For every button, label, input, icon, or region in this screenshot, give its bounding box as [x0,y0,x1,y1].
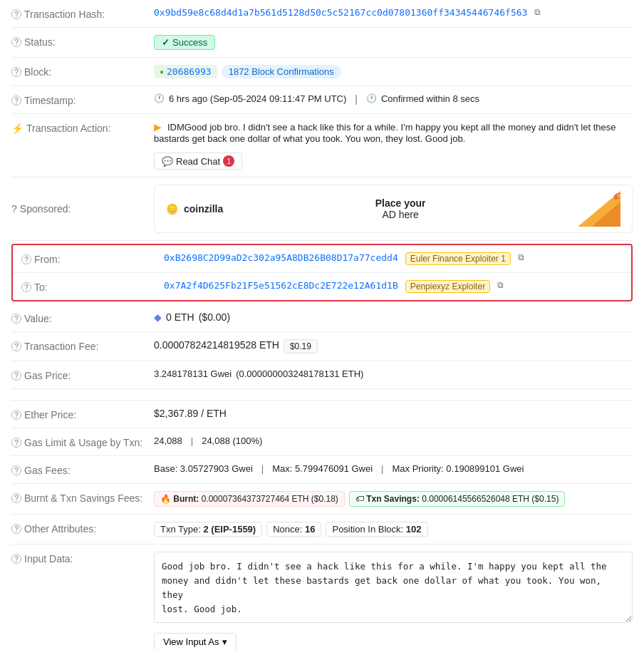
from-address-link[interactable]: 0xB2698C2D99aD2c302a95A8DB26B08D17a77ced… [164,252,398,263]
clock-icon: 🕐 [154,93,165,103]
copy-from-icon[interactable]: ⧉ [518,252,524,262]
transaction-hash-row: ? Transaction Hash: 0x9bd59e8c68d4d1a7b5… [11,0,633,28]
to-address-link[interactable]: 0x7A2f4D625Fb21F5e51562cE8Dc2E722e12A61d… [164,280,398,291]
coinzilla-icon: 🪙 [166,203,178,215]
transaction-hash-link[interactable]: 0x9bd59e8c68d4d1a7b561d5128d50c5c52167cc… [154,7,527,18]
ether-price-label: ? Ether Price: [11,408,154,421]
eth-icon: ◆ [154,311,162,323]
gas-max-priority: Max Priority: 0.190899101 Gwei [393,463,524,474]
from-value: 0xB2698C2D99aD2c302a95A8DB26B08D17a77ced… [164,252,623,265]
ad-banner[interactable]: 🪙 coinzilla Place your AD here 🏷 [154,185,633,233]
svg-text:🏷: 🏷 [613,191,620,202]
usd-amount: ($0.00) [199,311,230,323]
help-icon[interactable]: ? [11,554,21,564]
help-icon[interactable]: ? [11,524,21,534]
block-number-link[interactable]: 20686993 [167,66,212,77]
help-icon[interactable]: ? [11,465,21,475]
gas-fees-row: ? Gas Fees: Base: 3.05727903 Gwei | Max:… [11,456,633,484]
fee-value: 0.00007824214819528 ETH $0.19 [154,339,633,354]
gas-usage: 24,088 (100%) [202,435,262,446]
from-exploiter-badge: Euler Finance Exploiter 1 [405,252,511,265]
gas-fees-label: ? Gas Fees: [11,463,154,476]
eth-amount: 0 ETH [166,311,194,323]
status-row: ? Status: Success [11,28,633,58]
block-value: 20686993 1872 Block Confirmations [154,65,633,78]
help-icon[interactable]: ? [21,254,31,264]
ether-price-value: $2,367.89 / ETH [154,408,633,419]
to-value: 0x7A2f4D625Fb21F5e51562cE8Dc2E722e12A61d… [164,280,623,293]
fee-row: ? Transaction Fee: 0.00007824214819528 E… [11,332,633,361]
help-icon[interactable]: ? [11,371,21,381]
savings-icon: 🏷 [355,494,364,504]
lightning-icon: ⚡ [11,123,24,134]
fee-usd-badge: $0.19 [284,339,318,354]
value-display: ◆ 0 ETH ($0.00) [154,311,633,323]
ether-price-text: $2,367.89 / ETH [154,408,227,419]
gas-price-label: ? Gas Price: [11,368,154,381]
timestamp-row: ? Timestamp: 🕐 6 hrs ago (Sep-05-2024 09… [11,86,633,114]
status-value: Success [154,35,633,50]
help-icon[interactable]: ? [11,341,21,351]
sponsored-label: ? Sponsored: [11,203,154,215]
read-chat-button[interactable]: 💬 Read Chat 1 [154,153,242,170]
help-icon[interactable]: ? [11,410,21,420]
block-label: ? Block: [11,65,154,78]
help-icon[interactable]: ? [11,314,21,324]
help-icon[interactable]: ? [11,438,21,448]
timestamp-value: 🕐 6 hrs ago (Sep-05-2024 09:11:47 PM UTC… [154,93,633,105]
copy-hash-icon[interactable]: ⧉ [534,7,541,17]
help-icon[interactable]: ? [11,493,21,503]
to-label: ? To: [21,280,164,293]
gas-price-value: 3.248178131 Gwei (0.000000003248178131 E… [154,368,633,379]
transaction-hash-value: 0x9bd59e8c68d4d1a7b561d5128d50c5c52167cc… [154,7,633,18]
gas-limit-num: 24,088 [154,435,182,446]
ad-graphic: 🏷 [578,191,620,227]
gas-limit-row: ? Gas Limit & Usage by Txn: 24,088 | 24,… [11,428,633,456]
block-number-badge[interactable]: 20686993 [154,65,217,78]
copy-to-icon[interactable]: ⧉ [497,280,504,290]
input-data-value: View Input As ▾ [154,552,633,650]
transaction-hash-label: ? Transaction Hash: [11,7,154,20]
action-label: ⚡ Transaction Action: [11,121,154,134]
action-value: ▶ IDMGood job bro. I didn't see a hack l… [154,121,633,170]
gas-base: Base: 3.05727903 Gwei [154,463,253,474]
status-badge: Success [154,35,215,50]
gas-limit-value: 24,088 | 24,088 (100%) [154,435,633,446]
view-input-button[interactable]: View Input As ▾ [154,633,237,650]
confirmed-clock-icon: 🕐 [366,93,377,103]
other-attributes-value: Txn Type: 2 (EIP-1559) Nonce: 16 Positio… [154,522,633,537]
burnt-value: 🔥 Burnt: 0.00007364373727464 ETH ($0.18)… [154,491,633,507]
savings-badge: 🏷 Txn Savings: 0.00006145566526048 ETH (… [349,491,566,507]
burnt-badge: 🔥 Burnt: 0.00007364373727464 ETH ($0.18) [154,491,345,507]
from-label: ? From: [21,252,164,265]
other-attributes-label: ? Other Attributes: [11,522,154,535]
help-icon[interactable]: ? [11,203,17,215]
confirmations-badge: 1872 Block Confirmations [222,65,341,78]
timestamp-text: 6 hrs ago (Sep-05-2024 09:11:47 PM UTC) [169,93,346,104]
notification-badge: 1 [223,155,234,167]
chevron-down-icon: ▾ [222,636,227,647]
help-icon[interactable]: ? [21,282,31,292]
from-to-section: ? From: 0xB2698C2D99aD2c302a95A8DB26B08D… [11,244,633,301]
value-row: ? Value: ◆ 0 ETH ($0.00) [11,304,633,332]
input-data-row: ? Input Data: View Input As ▾ [11,545,633,650]
timestamp-label: ? Timestamp: [11,93,154,106]
input-data-textarea[interactable] [154,552,633,623]
gas-gwei: 3.248178131 Gwei [154,368,232,379]
block-row: ? Block: 20686993 1872 Block Confirmatio… [11,58,633,86]
to-row: ? To: 0x7A2f4D625Fb21F5e51562cE8Dc2E722e… [13,273,631,300]
action-message: IDMGood job bro. I didn't see a hack lik… [154,122,616,144]
gas-price-row: ? Gas Price: 3.248178131 Gwei (0.0000000… [11,361,633,389]
chat-icon: 💬 [162,156,173,167]
help-icon[interactable]: ? [11,9,21,19]
help-icon[interactable]: ? [11,96,21,105]
position-badge: Position In Block: 102 [326,522,427,537]
txn-type-badge: Txn Type: 2 (EIP-1559) [154,522,262,537]
gas-eth: (0.000000003248178131 ETH) [236,368,363,379]
help-icon[interactable]: ? [11,67,21,77]
ad-logo: 🪙 coinzilla [166,203,223,215]
fee-label: ? Transaction Fee: [11,339,154,352]
help-icon[interactable]: ? [11,37,21,47]
gas-max: Max: 5.799476091 Gwei [272,463,373,474]
from-row: ? From: 0xB2698C2D99aD2c302a95A8DB26B08D… [13,245,631,273]
